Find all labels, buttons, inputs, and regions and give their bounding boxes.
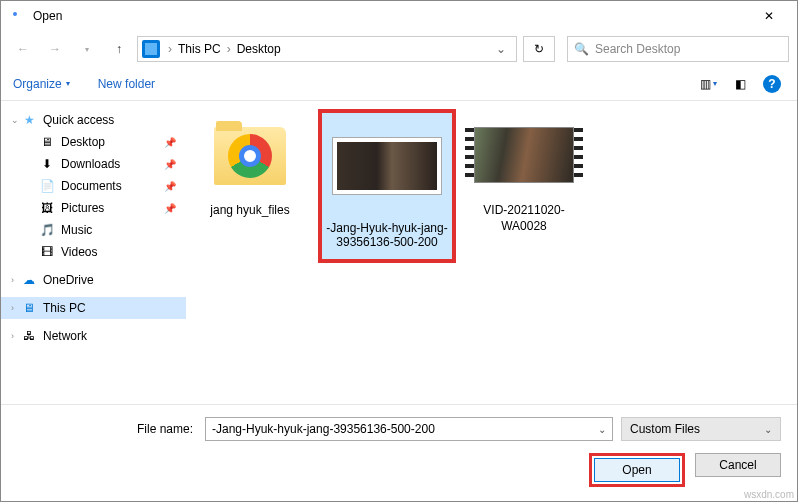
cloud-icon: ☁: [21, 272, 37, 288]
search-placeholder: Search Desktop: [595, 42, 680, 56]
close-button[interactable]: ✕: [749, 2, 789, 30]
refresh-icon: ↻: [534, 42, 544, 56]
star-icon: ★: [21, 112, 37, 128]
filename-label: File name:: [17, 422, 197, 436]
bottom-panel: File name: -Jang-Hyuk-hyuk-jang-39356136…: [1, 404, 797, 501]
filename-value: -Jang-Hyuk-hyuk-jang-39356136-500-200: [212, 422, 598, 436]
sidebar-item-pictures[interactable]: 🖼Pictures📌: [1, 197, 186, 219]
file-item-video[interactable]: VID-20211020-WA0028: [464, 109, 584, 240]
organize-menu[interactable]: Organize ▾: [13, 77, 70, 91]
body-area: ⌄ ★ Quick access 🖥Desktop📌 ⬇Downloads📌 📄…: [1, 101, 797, 404]
search-input[interactable]: 🔍 Search Desktop: [567, 36, 789, 62]
chevron-down-icon[interactable]: ⌄: [598, 424, 606, 435]
sidebar-item-label: OneDrive: [43, 273, 94, 287]
file-item-folder[interactable]: jang hyuk_files: [190, 109, 310, 225]
sidebar-item-videos[interactable]: 🎞Videos: [1, 241, 186, 263]
pictures-icon: 🖼: [39, 200, 55, 216]
search-icon: 🔍: [574, 42, 589, 56]
preview-icon: ◧: [735, 77, 746, 91]
file-label: -Jang-Hyuk-hyuk-jang-39356136-500-200: [326, 221, 448, 249]
pin-icon: 📌: [164, 203, 176, 214]
desktop-icon: 🖥: [39, 134, 55, 150]
sidebar-item-downloads[interactable]: ⬇Downloads📌: [1, 153, 186, 175]
nav-recent-button[interactable]: ▾: [73, 35, 101, 63]
file-list[interactable]: jang hyuk_files -Jang-Hyuk-hyuk-jang-393…: [186, 101, 797, 404]
open-button[interactable]: Open: [594, 458, 680, 482]
cancel-button[interactable]: Cancel: [695, 453, 781, 477]
file-label: jang hyuk_files: [196, 203, 304, 219]
nav-up-button[interactable]: ↑: [105, 35, 133, 63]
sidebar-item-label: Network: [43, 329, 87, 343]
pin-icon: 📌: [164, 181, 176, 192]
image-thumbnail: [332, 137, 442, 195]
sidebar-item-label: This PC: [43, 301, 86, 315]
sidebar-item-desktop[interactable]: 🖥Desktop📌: [1, 131, 186, 153]
videos-icon: 🎞: [39, 244, 55, 260]
file-type-filter[interactable]: Custom Files ⌄: [621, 417, 781, 441]
chevron-down-icon: ⌄: [764, 424, 772, 435]
watermark: wsxdn.com: [744, 489, 794, 500]
open-button-highlight: Open: [589, 453, 685, 487]
navbar: ← → ▾ ↑ › This PC › Desktop ⌄ ↻ 🔍 Search…: [1, 31, 797, 67]
documents-icon: 📄: [39, 178, 55, 194]
expand-icon: ›: [11, 275, 21, 285]
pc-icon: 🖥: [21, 300, 37, 316]
folder-icon: [200, 115, 300, 197]
view-icon: ▥: [700, 77, 711, 91]
breadcrumb-sep-icon: ›: [164, 42, 176, 56]
preview-pane-button[interactable]: ◧: [727, 73, 753, 95]
chrome-icon: [228, 134, 272, 178]
sidebar-item-documents[interactable]: 📄Documents📌: [1, 175, 186, 197]
filter-label: Custom Files: [630, 422, 700, 436]
close-icon: ✕: [764, 9, 774, 23]
sidebar-quick-access[interactable]: ⌄ ★ Quick access: [1, 109, 186, 131]
network-icon: 🖧: [21, 328, 37, 344]
sidebar-onedrive[interactable]: › ☁ OneDrive: [1, 269, 186, 291]
breadcrumb-desktop[interactable]: Desktop: [235, 42, 283, 56]
breadcrumb-sep-icon: ›: [223, 42, 235, 56]
sidebar-this-pc[interactable]: › 🖥 This PC: [1, 297, 186, 319]
sidebar-item-label: Quick access: [43, 113, 114, 127]
help-icon: ?: [763, 75, 781, 93]
expand-icon: ⌄: [11, 115, 21, 125]
music-icon: 🎵: [39, 222, 55, 238]
nav-forward-button[interactable]: →: [41, 35, 69, 63]
chevron-down-icon: ▾: [66, 79, 70, 88]
breadcrumb-this-pc[interactable]: This PC: [176, 42, 223, 56]
file-item-selected[interactable]: -Jang-Hyuk-hyuk-jang-39356136-500-200: [318, 109, 456, 263]
chevron-down-icon: ▾: [713, 79, 717, 88]
pin-icon: 📌: [164, 159, 176, 170]
expand-icon: ›: [11, 303, 21, 313]
nav-back-button[interactable]: ←: [9, 35, 37, 63]
breadcrumb[interactable]: › This PC › Desktop ⌄: [137, 36, 517, 62]
sidebar-item-music[interactable]: 🎵Music: [1, 219, 186, 241]
expand-icon: ›: [11, 331, 21, 341]
sidebar: ⌄ ★ Quick access 🖥Desktop📌 ⬇Downloads📌 📄…: [1, 101, 186, 404]
sidebar-network[interactable]: › 🖧 Network: [1, 325, 186, 347]
video-thumbnail: [474, 127, 574, 183]
window-title: Open: [33, 9, 749, 23]
pin-icon: 📌: [164, 137, 176, 148]
view-mode-button[interactable]: ▥▾: [695, 73, 721, 95]
refresh-button[interactable]: ↻: [523, 36, 555, 62]
file-label: VID-20211020-WA0028: [470, 203, 578, 234]
toolbar: Organize ▾ New folder ▥▾ ◧ ?: [1, 67, 797, 101]
downloads-icon: ⬇: [39, 156, 55, 172]
pc-icon: [142, 40, 160, 58]
new-folder-button[interactable]: New folder: [98, 77, 155, 91]
breadcrumb-dropdown-icon[interactable]: ⌄: [490, 42, 512, 56]
open-dialog: Open ✕ ← → ▾ ↑ › This PC › Desktop ⌄ ↻ 🔍…: [0, 0, 798, 502]
titlebar: Open ✕: [1, 1, 797, 31]
help-button[interactable]: ?: [759, 73, 785, 95]
chrome-icon: [9, 8, 25, 24]
filename-input[interactable]: -Jang-Hyuk-hyuk-jang-39356136-500-200 ⌄: [205, 417, 613, 441]
